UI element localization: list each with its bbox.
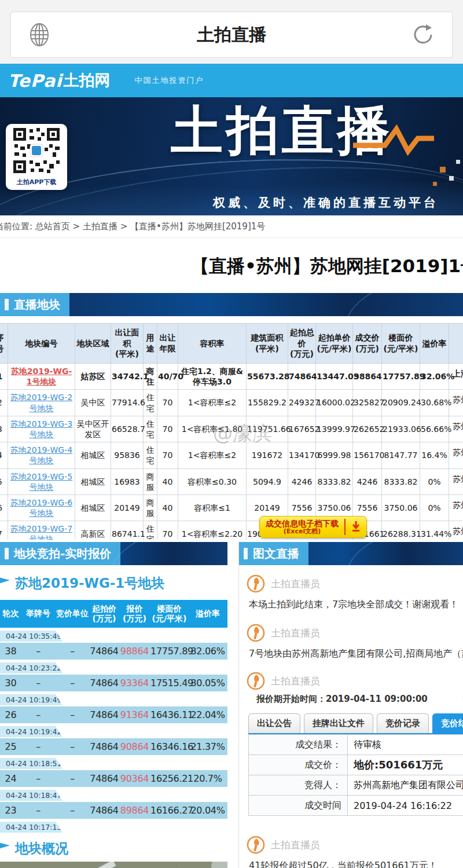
cell-region: 姑苏区 [75,364,111,390]
feed-message-header: 土拍直播员 [247,836,463,854]
cell-years: 40/70 [157,364,178,390]
live-feed-column: 图文直播 土拍直播员 本场土拍到此结束，7宗地块全部成交！谢谢观看！ 土拍直播员… [238,542,463,868]
bar-dash-icon [244,548,248,559]
bid-cell-start: 74864 [90,741,119,752]
download-excel-button[interactable]: 成交信息电子档下载 (Excel文档) [259,516,367,538]
parcel-link[interactable]: 苏地2019-WG-5号地块 [10,472,72,492]
parcel-link[interactable]: 苏地2019-WG-2号地块 [10,393,72,412]
qr-card[interactable]: 土拍APP下载 [6,124,67,190]
column-header: 地块编号 [8,324,75,364]
column-header: 成交价 (万元) [353,324,382,364]
parcel-link[interactable]: 苏地2019-WG-7号地块 [10,524,72,540]
column-header: 溢价率 [420,324,449,364]
bid-period-start-value: 2019-04-11 09:00:00 [326,694,428,704]
cell-build: 155829.2 [247,390,288,416]
site-tagline: 中国土地投资门户 [135,75,204,86]
bid-cell-start: 74864 [90,709,119,720]
flag-icon [0,841,10,856]
bid-column-header: 报价 (万元) [119,604,150,624]
cell-region: 高新区 [75,521,111,540]
column-header: 用途 [144,324,157,364]
column-header [449,324,463,364]
refresh-icon[interactable] [410,21,437,48]
parcel-table: 序号地块编号地块区域出让面积 (平米)用途出让年限容积率建筑面积 (平米)起拍总… [0,323,463,540]
title-row: 【直播•苏州】苏地网挂[2019]1号 [0,238,463,293]
lower-columns: 地块竞拍-实时报价 苏地2019-WG-1号地块 轮次举牌号竞价单位起拍价 (万… [0,542,463,868]
bid-table: 轮次举牌号竞价单位起拍价 (万元)报价 (万元)楼面价 (元/平米)溢价率 04… [0,600,227,833]
bid-cell-floor: 17515.49 [150,677,188,688]
parcel-row: 4苏地2019-WG-4号地块相城区95836住宅701<容积率≤2191672… [0,442,463,468]
bid-cell-round: 23 [0,805,21,816]
parcel-row: 7苏地2019-WG-7号地块高新区86741.1住宅701<容积率≤2.201… [0,521,463,540]
bid-cell-paddle: – [21,805,55,816]
parcel-row: 6苏地2019-WG-6号地块相城区20149商服40容积率≤120149755… [0,495,463,521]
cell-no: 2 [0,390,8,416]
bid-cell-premium: 20.04% [188,805,227,816]
info-value: 苏州高新地产集团有限公司,招商 [348,775,463,796]
browser-title-bar: 土拍直播 [10,12,453,58]
tab-0[interactable]: 出让公告 [248,713,300,733]
column-header: 出让年限 [157,324,178,364]
cell-use: 住宅 [144,390,157,416]
cell-use: 住宅 [144,442,157,468]
section-bar-bidding: 地块竞拍-实时报价 [0,542,227,565]
column-header: 出让面积 (平米) [111,324,144,364]
tab-2[interactable]: 竞价记录 [377,713,429,733]
section-label: 图文直播 [239,542,308,565]
cell-premium: 56.66% [420,416,449,442]
cell-far: 1<容积率≤1.80 [178,416,247,442]
cell-premium: 30.68% [420,390,449,416]
site-logo-cn[interactable]: 土拍网 [64,70,111,91]
app-download-label: 土拍APP下载 [6,178,67,186]
feed-message-header: 土拍直播员 [247,672,463,690]
parcel-row: 3苏地2019-WG-3号地块吴中区开发区66528.7住宅701<容积率≤1.… [0,416,463,442]
cell-region: 相城区 [75,442,111,468]
bid-cell-round: 30 [0,677,21,688]
bid-cell-premium: 22.04% [188,709,227,720]
cell-region: 相城区 [75,495,111,521]
site-logo[interactable]: TePai [8,71,63,91]
cell-use: 住宅 [144,416,157,442]
bid-cell-start: 74864 [90,677,119,688]
info-value: 待审核 [348,735,463,755]
bid-cell-floor: 16256.21 [150,773,188,784]
parcel-link[interactable]: 苏地2019-WG-6号地块 [10,498,72,518]
cell-area: 77914.6 [111,390,144,416]
cell-area: 66528.7 [111,416,144,442]
satellite-map[interactable] [0,862,227,868]
bidding-parcel-title: 苏地2019-WG-1号地块 [0,574,227,592]
cell-use: 商服 [144,468,157,495]
column-header: 建筑面积 (平米) [247,324,288,364]
section-label: 直播地块 [0,293,69,316]
cell-region: 吴中区 [75,390,111,416]
section-label: 地块竞拍-实时报价 [0,542,120,565]
qr-code [12,127,61,174]
parcel-link[interactable]: 苏地2019-WG-4号地块 [10,445,72,465]
cell-region: 相城区 [75,468,111,495]
parcel-link[interactable]: 苏地2019-WG-1号地块 [11,367,72,386]
cell-no: 5 [0,468,8,495]
bid-timestamp: 04-24 10:23:22 [0,662,63,673]
cell-floor: 8333.82 [382,468,420,495]
parcel-link[interactable]: 苏地2019-WG-3号地块 [10,419,72,439]
bid-cell-start: 74864 [90,646,119,657]
globe-icon[interactable] [26,21,53,48]
cell-far: 容积率≤1 [178,495,247,521]
bid-cell-bidder: – [55,741,90,752]
bid-timestamp: 04-24 10:19:49 [0,694,63,705]
reporter-name: 土拍直播员 [271,675,320,688]
bid-cell-bidder: – [55,773,90,784]
cell-no: 6 [0,495,8,521]
tab-3[interactable]: 竞价结果 [432,713,463,733]
bid-cell-paddle: – [21,646,55,657]
tab-1[interactable]: 挂牌出让文件 [304,713,373,733]
bid-entries: 04-24 10:35:4938––748649886417757.8932.0… [0,631,227,833]
cell-area: 16983 [111,468,144,495]
info-row: 成交价：地价:501661万元 [249,755,463,775]
cell-deal: 98864 [353,364,382,390]
feed-message-header: 土拍直播员 [247,574,463,593]
cell-no: 7 [0,521,8,540]
cell-years: 70 [157,416,178,442]
cell-years: 70 [157,390,178,416]
cell-use: 住宅 [144,521,157,540]
